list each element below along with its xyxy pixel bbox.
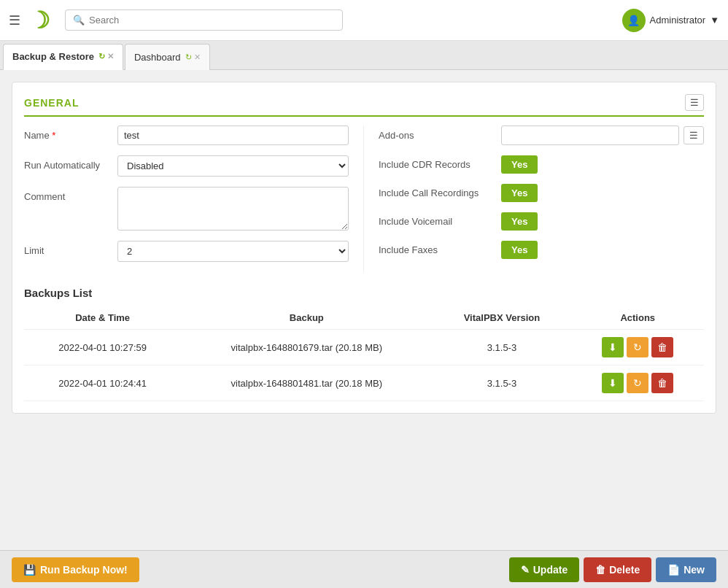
download-button[interactable]: ⬇ <box>602 337 624 357</box>
run-auto-select[interactable]: Disabled Daily Weekly Monthly <box>117 155 349 177</box>
backups-section: Backups List Date & Time Backup VitalPBX… <box>24 287 704 401</box>
new-button[interactable]: 📄 New <box>656 557 716 582</box>
topbar: ☰ ☽ 🔍 👤 Administrator ▼ <box>0 0 728 41</box>
row-delete-button[interactable]: 🗑 <box>651 373 673 393</box>
backups-table: Date & Time Backup VitalPBX Version Acti… <box>24 306 704 401</box>
comment-label: Comment <box>24 187 112 202</box>
user-dropdown-icon: ▼ <box>710 15 719 26</box>
voicemail-row: Include Voicemail Yes <box>379 212 704 231</box>
col-actions: Actions <box>572 306 704 330</box>
cell-actions: ⬇ ↻ 🗑 <box>572 330 704 365</box>
tab-backup-restore-refresh[interactable]: ↻ <box>98 52 105 61</box>
update-label: Update <box>533 564 568 576</box>
voicemail-toggle[interactable]: Yes <box>501 212 538 231</box>
faxes-row: Include Faxes Yes <box>379 241 704 259</box>
name-label: Name * <box>24 125 112 141</box>
tab-dashboard-close[interactable]: ✕ <box>194 53 201 62</box>
section-title: GENERAL <box>24 97 79 109</box>
addons-input[interactable] <box>501 125 679 145</box>
restore-button[interactable]: ↻ <box>627 337 648 357</box>
table-row: 2022-04-01 10:27:59 vitalpbx-1648801679.… <box>24 330 704 365</box>
addons-input-row: ☰ <box>501 125 704 145</box>
run-backup-icon: 💾 <box>23 564 36 576</box>
tabs-bar: Backup & Restore ↻ ✕ Dashboard ↻ ✕ <box>0 41 728 70</box>
cell-actions: ⬇ ↻ 🗑 <box>572 365 704 401</box>
form-grid: Name * Run Automatically Disabled Daily … <box>24 125 704 272</box>
recordings-toggle[interactable]: Yes <box>501 184 538 202</box>
comment-row: Comment <box>24 187 349 231</box>
faxes-toggle[interactable]: Yes <box>501 241 538 259</box>
cdr-toggle[interactable]: Yes <box>501 155 538 174</box>
addons-list-button[interactable]: ☰ <box>684 126 704 144</box>
name-input[interactable] <box>117 125 349 145</box>
recordings-label: Include Call Recordings <box>379 187 495 198</box>
form-right: Add-ons ☰ Include CDR Records Yes Includ… <box>364 125 704 272</box>
addons-label: Add-ons <box>379 130 495 141</box>
tab-backup-restore[interactable]: Backup & Restore ↻ ✕ <box>3 44 123 70</box>
delete-icon: 🗑 <box>595 564 605 576</box>
username-label: Administrator <box>650 15 706 26</box>
col-version: VitalPBX Version <box>432 306 571 330</box>
logo: ☽ <box>29 7 50 34</box>
cdr-row: Include CDR Records Yes <box>379 155 704 174</box>
main-card: GENERAL ☰ Name * Run Automatically Disab… <box>12 82 716 414</box>
voicemail-label: Include Voicemail <box>379 216 495 227</box>
backups-title: Backups List <box>24 287 704 299</box>
new-label: New <box>684 564 705 576</box>
tab-dashboard-actions: ↻ ✕ <box>185 53 201 62</box>
run-auto-row: Run Automatically Disabled Daily Weekly … <box>24 155 349 177</box>
form-left: Name * Run Automatically Disabled Daily … <box>24 125 364 272</box>
section-header: GENERAL ☰ <box>24 94 704 117</box>
delete-button[interactable]: 🗑 Delete <box>584 557 651 582</box>
restore-button[interactable]: ↻ <box>627 373 648 393</box>
row-delete-button[interactable]: 🗑 <box>651 337 673 357</box>
search-box: 🔍 <box>65 9 343 31</box>
cell-datetime: 2022-04-01 10:27:59 <box>24 330 181 365</box>
comment-input[interactable] <box>117 187 349 231</box>
download-button[interactable]: ⬇ <box>602 373 624 393</box>
cell-version: 3.1.5-3 <box>432 330 571 365</box>
run-backup-label: Run Backup Now! <box>40 564 128 576</box>
cell-datetime: 2022-04-01 10:24:41 <box>24 365 181 401</box>
table-row: 2022-04-01 10:24:41 vitalpbx-1648801481.… <box>24 365 704 401</box>
footer-right: ✎ Update 🗑 Delete 📄 New <box>509 557 716 582</box>
limit-select[interactable]: 1 2 3 4 5 <box>117 241 349 262</box>
faxes-label: Include Faxes <box>379 244 495 255</box>
limit-row: Limit 1 2 3 4 5 <box>24 241 349 262</box>
cell-backup: vitalpbx-1648801481.tar (20.18 MB) <box>181 365 432 401</box>
search-input[interactable] <box>89 15 335 26</box>
avatar: 👤 <box>622 9 646 32</box>
update-icon: ✎ <box>521 564 530 576</box>
new-icon: 📄 <box>667 564 680 576</box>
cell-version: 3.1.5-3 <box>432 365 571 401</box>
recordings-row: Include Call Recordings Yes <box>379 184 704 202</box>
main-content: GENERAL ☰ Name * Run Automatically Disab… <box>0 70 728 550</box>
col-datetime: Date & Time <box>24 306 181 330</box>
tab-backup-restore-label: Backup & Restore <box>12 51 94 62</box>
name-row: Name * <box>24 125 349 145</box>
user-menu[interactable]: 👤 Administrator ▼ <box>622 9 719 32</box>
section-menu-button[interactable]: ☰ <box>685 94 704 111</box>
tab-backup-restore-close[interactable]: ✕ <box>107 52 114 61</box>
tab-dashboard-refresh[interactable]: ↻ <box>185 53 192 62</box>
menu-icon[interactable]: ☰ <box>9 12 20 28</box>
update-button[interactable]: ✎ Update <box>509 557 579 582</box>
tab-dashboard[interactable]: Dashboard ↻ ✕ <box>125 44 210 70</box>
cell-backup: vitalpbx-1648801679.tar (20.18 MB) <box>181 330 432 365</box>
tab-backup-restore-actions: ↻ ✕ <box>98 52 114 61</box>
cdr-label: Include CDR Records <box>379 159 495 170</box>
tab-dashboard-label: Dashboard <box>134 52 181 63</box>
limit-label: Limit <box>24 241 112 256</box>
search-icon: 🔍 <box>73 15 85 26</box>
footer-bar: 💾 Run Backup Now! ✎ Update 🗑 Delete 📄 Ne… <box>0 550 728 588</box>
addons-row: Add-ons ☰ <box>379 125 704 145</box>
run-backup-button[interactable]: 💾 Run Backup Now! <box>12 557 139 582</box>
delete-label: Delete <box>609 564 640 576</box>
col-backup: Backup <box>181 306 432 330</box>
run-auto-label: Run Automatically <box>24 155 112 171</box>
